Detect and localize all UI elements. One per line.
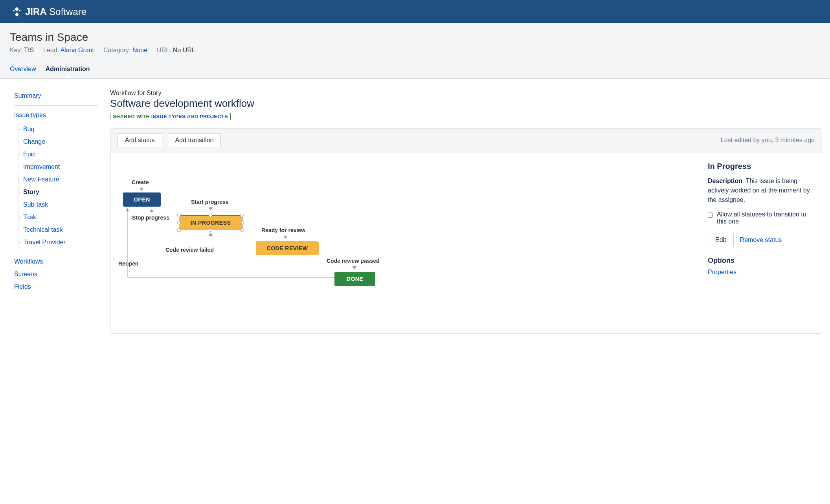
arrow-icon — [140, 188, 143, 191]
main-content: Workflow for Story Software development … — [102, 79, 830, 345]
tab-overview[interactable]: Overview — [10, 62, 36, 78]
sidebar-item-change[interactable]: Change — [23, 136, 98, 148]
project-header: Teams in Space Key: TIS Lead: Alana Gran… — [0, 23, 830, 79]
project-meta: Key: TIS Lead: Alana Grant Category: Non… — [10, 47, 820, 54]
arrow-icon — [283, 236, 287, 239]
status-done[interactable]: DONE — [334, 272, 375, 286]
tab-administration[interactable]: Administration — [46, 62, 90, 78]
arrow-icon — [209, 233, 213, 236]
sidebar-item-technical-task[interactable]: Technical task — [23, 224, 98, 236]
sidebar-workflows[interactable]: Workflows — [14, 255, 98, 268]
panel-desc-label: Description — [708, 178, 742, 184]
workflow-pretitle: Workflow for Story — [110, 90, 822, 97]
sidebar-issue-types[interactable]: Issue types — [14, 109, 98, 121]
workflow-last-edited: Last edited by you, 3 minutes ago — [721, 137, 815, 144]
sidebar-item-new-feature[interactable]: New Feature — [23, 173, 98, 186]
properties-link[interactable]: Properties — [708, 269, 736, 275]
allow-all-transitions-input[interactable] — [708, 213, 713, 218]
app-logo: JIRA Software — [12, 6, 86, 17]
status-open[interactable]: OPEN — [123, 192, 161, 207]
sidebar-item-bug[interactable]: Bug — [23, 123, 98, 136]
transition-code-review-passed[interactable]: Code review passed — [327, 258, 380, 264]
sidebar-item-task[interactable]: Task — [23, 211, 98, 224]
edit-status-button[interactable]: Edit — [708, 233, 734, 247]
shared-badge: SHARED WITH ISSUE TYPES AND PROJECTS — [110, 113, 231, 120]
sidebar-item-story[interactable]: Story — [23, 186, 98, 198]
status-detail-panel: In Progress Description This issue is be… — [704, 152, 822, 333]
project-category-link[interactable]: None — [132, 47, 147, 53]
transition-stop-progress[interactable]: Stop progress — [132, 214, 169, 221]
project-lead-link[interactable]: Alana Grant — [61, 47, 94, 53]
transition-ready-for-review[interactable]: Ready for review — [261, 227, 305, 233]
arrow-icon — [150, 209, 154, 212]
workflow-diagram[interactable]: Create OPEN Start progress Stop progress… — [110, 152, 704, 333]
arrow-icon — [353, 266, 356, 269]
transition-code-review-failed[interactable]: Code review failed — [165, 247, 214, 253]
add-transition-button[interactable]: Add transition — [168, 133, 221, 147]
sidebar-item-improvement[interactable]: Improvement — [23, 161, 98, 173]
sidebar-summary[interactable]: Summary — [14, 90, 98, 102]
workflow-editor: Add status Add transition Last edited by… — [110, 128, 822, 334]
arrow-icon — [209, 207, 213, 211]
panel-title: In Progress — [708, 162, 812, 171]
brand-bold: JIRA — [25, 6, 47, 17]
project-title: Teams in Space — [10, 31, 820, 44]
sidebar-fields[interactable]: Fields — [14, 280, 98, 293]
sidebar: Summary Issue types Bug Change Epic Impr… — [0, 79, 102, 345]
transition-reopen[interactable]: Reopen — [118, 260, 138, 267]
project-tabs: Overview Administration — [10, 62, 820, 78]
panel-options-title: Options — [708, 257, 812, 265]
remove-status-link[interactable]: Remove status — [740, 236, 782, 244]
arrow-icon — [125, 208, 129, 211]
connector — [127, 277, 334, 278]
sidebar-item-travel-provider[interactable]: Travel Provider — [23, 236, 98, 249]
sidebar-screens[interactable]: Screens — [14, 268, 98, 280]
transition-create[interactable]: Create — [132, 179, 149, 185]
workflow-toolbar: Add status Add transition Last edited by… — [110, 128, 822, 152]
jira-icon — [12, 7, 22, 17]
brand-light: Software — [49, 6, 86, 17]
allow-all-transitions-checkbox[interactable]: Allow all statuses to transition to this… — [708, 211, 812, 225]
sidebar-item-sub-task[interactable]: Sub-task — [23, 198, 98, 211]
transition-start-progress[interactable]: Start progress — [191, 199, 229, 205]
workflow-title: Software development workflow — [110, 97, 822, 110]
top-bar: JIRA Software — [0, 0, 830, 23]
status-code-review[interactable]: CODE REVIEW — [256, 241, 319, 255]
connector — [127, 208, 128, 277]
sidebar-item-epic[interactable]: Epic — [23, 148, 98, 161]
add-status-button[interactable]: Add status — [118, 133, 162, 147]
